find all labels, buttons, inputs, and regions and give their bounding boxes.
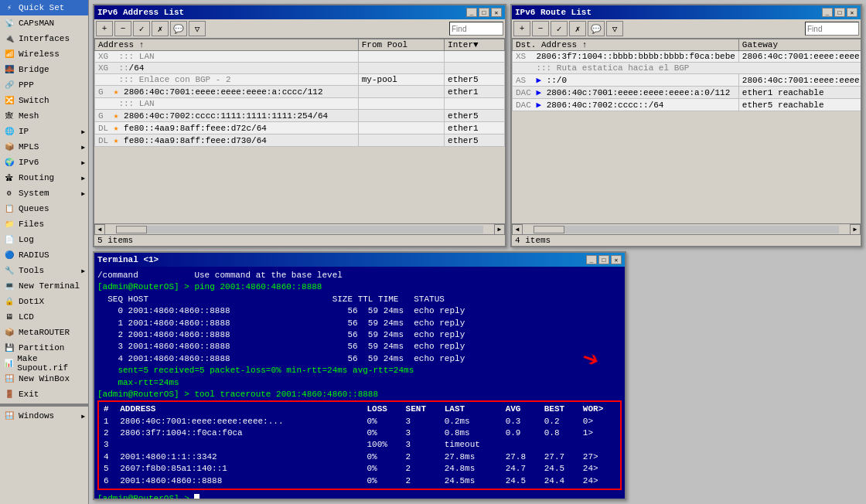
route-remove-button[interactable]: − — [532, 21, 549, 36]
ipv6-route-hscroll[interactable]: ◀ ▶ — [512, 223, 861, 234]
sidebar-item-ppp[interactable]: 🔗 PPP — [0, 77, 88, 93]
tr-avg: 0.9 — [503, 427, 541, 439]
tr-sent: 2 — [403, 475, 442, 487]
ipv6-route-table: Dst. Address ↑ Gateway XS 2806:3f7:1004:… — [512, 39, 861, 111]
route-scroll-left[interactable]: ◀ — [512, 224, 523, 235]
tr-col-address: ADDRESS — [117, 404, 363, 415]
route-scroll-thumb[interactable] — [534, 226, 564, 233]
scroll-right-btn[interactable]: ▶ — [494, 224, 505, 235]
dot1x-icon: 🔒 — [3, 295, 15, 308]
sidebar-item-log[interactable]: 📄 Log — [0, 232, 88, 247]
terminal-body[interactable]: /command Use command at the base level [… — [94, 267, 625, 499]
sidebar-item-wireless[interactable]: 📶 Wireless — [0, 46, 88, 62]
add-button[interactable]: + — [96, 21, 113, 36]
col-address[interactable]: Address ↑ — [95, 39, 359, 51]
sidebar-item-lcd[interactable]: 🖥 LCD — [0, 309, 88, 325]
comment-button[interactable]: 💬 — [170, 21, 187, 36]
sidebar-item-windows[interactable]: 🪟 Windows — [0, 408, 88, 424]
sidebar-item-ip[interactable]: 🌐 IP — [0, 124, 88, 139]
disable-button[interactable]: ✗ — [152, 21, 169, 36]
ip-icon: 🌐 — [3, 125, 15, 138]
sidebar-item-interfaces[interactable]: 🔌 Interfaces — [0, 31, 88, 46]
tr-address — [117, 439, 363, 451]
ipv6-addr-minimize[interactable]: _ — [466, 8, 477, 17]
row-gateway: ether5 reachable — [738, 99, 861, 111]
table-row: DAC ▶ 2806:40c:7001:eeee:eeee:eeee:a:0/1… — [513, 87, 861, 99]
sidebar-item-new-terminal[interactable]: 💻 New Terminal — [0, 278, 88, 294]
ipv6-route-close[interactable]: ✕ — [847, 8, 857, 17]
traceroute-row: 1 2806:40c:7001:eeee:eeee:eeee:... 0% 3 … — [101, 416, 619, 427]
row-pool — [358, 86, 444, 98]
sidebar-item-exit[interactable]: 🚪 Exit — [0, 387, 88, 402]
tr-worst: 0> — [580, 416, 619, 427]
enable-button[interactable]: ✓ — [133, 21, 150, 36]
sidebar-item-system[interactable]: ⚙ System — [0, 186, 88, 201]
traceroute-row: 6 2001:4860:4860::8888 0% 2 24.5ms 24.5 … — [101, 475, 619, 487]
traceroute-row: 5 2607:f8b0:85a1:140::1 0% 2 24.8ms 24.7… — [101, 463, 619, 475]
row-flag: XG ::: LAN — [95, 51, 359, 63]
table-row: G ★ 2806:40c:7002:cccc:1111:1111:1111:25… — [95, 110, 505, 122]
terminal-close[interactable]: ✕ — [611, 255, 622, 264]
find-input[interactable] — [449, 22, 503, 36]
sidebar-item-queues[interactable]: 📋 Queues — [0, 201, 88, 216]
col-gateway[interactable]: Gateway — [738, 39, 861, 51]
sidebar-item-partition[interactable]: 💾 Partition — [0, 340, 88, 356]
ipv6-addr-maximize[interactable]: □ — [479, 8, 489, 17]
col-dst[interactable]: Dst. Address ↑ — [513, 39, 739, 51]
log-icon: 📄 — [3, 233, 15, 246]
tr-avg: 27.8 — [503, 451, 541, 463]
sidebar-item-mesh[interactable]: 🕸 Mesh — [0, 108, 88, 124]
terminal-maximize[interactable]: □ — [598, 255, 609, 264]
col-from-pool[interactable]: From Pool — [358, 39, 444, 51]
sidebar-item-routing[interactable]: 🛣 Routing — [0, 170, 88, 186]
route-comment-button[interactable]: 💬 — [588, 21, 605, 36]
sidebar-item-files[interactable]: 📁 Files — [0, 216, 88, 232]
route-find-input[interactable] — [805, 22, 859, 36]
tr-col-num: # — [101, 404, 117, 415]
filter-button[interactable]: ▽ — [189, 21, 206, 36]
sidebar-item-capsman[interactable]: 📡 CAPsMAN — [0, 15, 88, 31]
route-scroll-right[interactable]: ▶ — [850, 224, 861, 235]
sidebar-item-supout[interactable]: 📊 Make Supout.rif — [0, 356, 88, 371]
terminal-prompt[interactable]: [admin@RouterOS] > — [97, 493, 622, 499]
ipv6-addr-close[interactable]: ✕ — [491, 8, 502, 17]
tr-num: 6 — [101, 475, 117, 487]
route-enable-button[interactable]: ✓ — [551, 21, 568, 36]
sidebar-item-quickset[interactable]: ⚡ Quick Set — [0, 0, 88, 15]
sidebar-item-metarouter[interactable]: 📦 MetaROUTER — [0, 325, 88, 340]
ipv6-addr-hscroll[interactable]: ◀ ▶ — [94, 223, 505, 234]
route-add-button[interactable]: + — [513, 21, 530, 36]
queues-icon: 📋 — [3, 203, 15, 215]
sidebar-item-dot1x[interactable]: 🔒 Dot1X — [0, 294, 88, 309]
terminal-line: SEQ HOST SIZE TTL TIME STATUS — [97, 294, 622, 305]
sidebar-item-radius[interactable]: 🔵 RADIUS — [0, 247, 88, 263]
table-row: ::: LAN — [95, 98, 505, 110]
row-iface: ether5 — [445, 74, 505, 86]
sidebar-item-ipv6[interactable]: 🌍 IPv6 — [0, 155, 88, 170]
sidebar-item-new-winbox[interactable]: 🪟 New WinBox — [0, 371, 88, 387]
ipv6-route-minimize[interactable]: _ — [822, 8, 833, 17]
sidebar-item-switch[interactable]: 🔀 Switch — [0, 93, 88, 108]
route-scroll-track — [534, 226, 839, 233]
tr-col-worst: WOR> — [580, 404, 619, 415]
scroll-track — [116, 226, 483, 233]
route-disable-button[interactable]: ✗ — [569, 21, 586, 36]
tr-loss: 0% — [364, 427, 403, 439]
interfaces-icon: 🔌 — [3, 32, 15, 45]
sidebar-item-tools[interactable]: 🔧 Tools — [0, 263, 88, 278]
col-interface[interactable]: Inter▼ — [445, 39, 505, 51]
scroll-left-btn[interactable]: ◀ — [94, 224, 105, 235]
remove-button[interactable]: − — [114, 21, 131, 36]
ipv6-route-maximize[interactable]: □ — [834, 8, 845, 17]
sidebar-item-mpls[interactable]: 📦 MPLS — [0, 139, 88, 155]
row-addr: G ★ 2806:40c:7002:cccc:1111:1111:1111:25… — [95, 110, 359, 122]
terminal-minimize[interactable]: _ — [586, 255, 597, 264]
mpls-icon: 📦 — [3, 141, 15, 153]
tr-loss: 0% — [364, 451, 403, 463]
windows-icon: 🪟 — [3, 410, 15, 422]
row-pool — [358, 110, 444, 122]
tr-sent: 3 — [403, 439, 442, 451]
sidebar-item-bridge[interactable]: 🌉 Bridge — [0, 62, 88, 77]
scroll-thumb[interactable] — [116, 226, 147, 233]
route-filter-button[interactable]: ▽ — [606, 21, 623, 36]
